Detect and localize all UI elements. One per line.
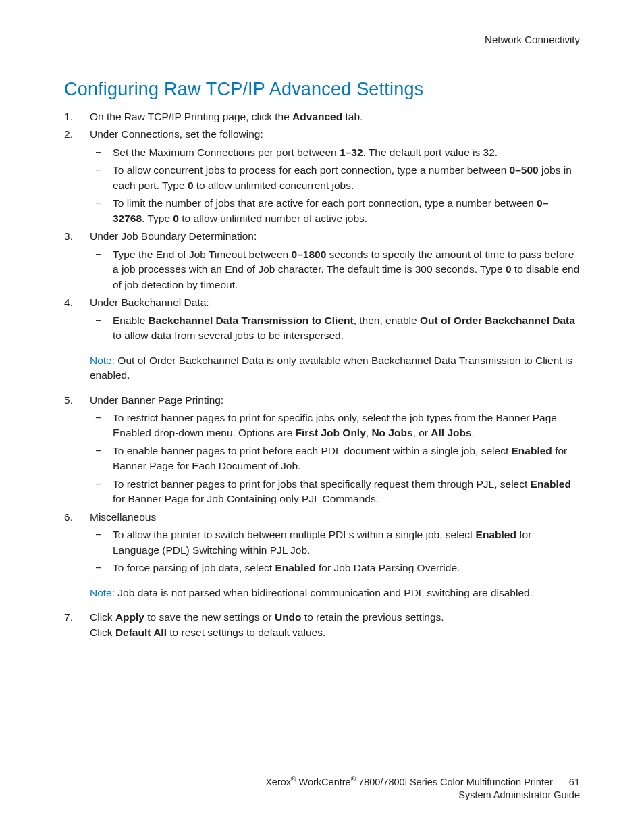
footer-brand: Xerox bbox=[265, 777, 291, 787]
text: Set the Maximum Connections per port bet… bbox=[113, 147, 340, 158]
text: to reset settings to default values. bbox=[167, 627, 325, 638]
bold: No Jobs bbox=[371, 427, 412, 438]
page-number: 61 bbox=[569, 776, 580, 789]
registered-icon: ® bbox=[291, 775, 296, 783]
sub-item: To restrict banner pages to print for jo… bbox=[90, 477, 580, 507]
note-label: Note: bbox=[90, 587, 115, 598]
text: to save the new settings or bbox=[144, 611, 275, 623]
text: To allow the printer to switch between m… bbox=[113, 529, 476, 540]
text: to retain the previous settings. bbox=[302, 611, 444, 623]
note: Note: Job data is not parsed when bidire… bbox=[90, 585, 580, 600]
bold: 0 bbox=[506, 263, 512, 275]
bold: First Job Only bbox=[296, 427, 366, 438]
text: Click bbox=[90, 611, 115, 623]
bold: 1–32 bbox=[340, 147, 363, 158]
text: . Type bbox=[142, 213, 173, 224]
text: . bbox=[472, 427, 475, 438]
text: to allow unlimited number of active jobs… bbox=[179, 213, 367, 224]
text: . The default port value is 32. bbox=[363, 147, 498, 158]
step-3: Under Job Boundary Determination: Type t… bbox=[64, 229, 580, 292]
running-header: Network Connectivity bbox=[64, 34, 580, 45]
step-5: Under Banner Page Printing: To restrict … bbox=[64, 393, 580, 507]
bold: 0–500 bbox=[510, 164, 539, 176]
bold: Undo bbox=[275, 611, 302, 623]
footer-subtitle: System Administrator Guide bbox=[265, 789, 580, 802]
bold: 0–1800 bbox=[292, 249, 327, 260]
bold: Backchannel Data Transmission to Client bbox=[149, 315, 354, 326]
text: Under Backchannel Data: bbox=[90, 296, 209, 308]
text: Under Banner Page Printing: bbox=[90, 394, 223, 406]
text: , then, enable bbox=[354, 315, 420, 326]
sub-item: Type the End of Job Timeout between 0–18… bbox=[90, 247, 580, 292]
text: On the Raw TCP/IP Printing page, click t… bbox=[90, 111, 292, 122]
text: Miscellaneous bbox=[90, 511, 156, 523]
bold: Enabled bbox=[531, 478, 571, 490]
step-4: Under Backchannel Data: Enable Backchann… bbox=[64, 295, 580, 343]
sub-item: To allow concurrent jobs to process for … bbox=[90, 163, 580, 193]
step-1: On the Raw TCP/IP Printing page, click t… bbox=[64, 109, 580, 124]
text: for Banner Page for Job Containing only … bbox=[113, 493, 379, 504]
text: tab. bbox=[342, 111, 363, 122]
text: Under Job Boundary Determination: bbox=[90, 230, 257, 242]
sub-item: To restrict banner pages to print for sp… bbox=[90, 411, 580, 441]
text: , or bbox=[413, 427, 431, 438]
sub-item: Enable Backchannel Data Transmission to … bbox=[90, 313, 580, 344]
text: To allow concurrent jobs to process for … bbox=[113, 164, 510, 176]
bold: Advanced bbox=[292, 111, 342, 122]
text: Under Connections, set the following: bbox=[90, 128, 263, 140]
sub-item: To limit the number of jobs that are act… bbox=[90, 196, 580, 226]
note-label: Note: bbox=[90, 355, 115, 366]
bold: Enabled bbox=[512, 445, 552, 457]
sub-item: To enable banner pages to print before e… bbox=[90, 444, 580, 474]
text: Enable bbox=[113, 315, 149, 326]
text: to allow data from several jobs to be in… bbox=[113, 330, 344, 341]
note-text: Out of Order Backchannel Data is only av… bbox=[90, 355, 572, 381]
note-text: Job data is not parsed when bidirectiona… bbox=[115, 587, 533, 598]
page-title: Configuring Raw TCP/IP Advanced Settings bbox=[64, 79, 580, 100]
note: Note: Out of Order Backchannel Data is o… bbox=[90, 353, 580, 384]
footer-brand: WorkCentre bbox=[296, 777, 351, 787]
step-7: Click Apply to save the new settings or … bbox=[64, 610, 580, 640]
text: To enable banner pages to print before e… bbox=[113, 445, 512, 457]
step-2: Under Connections, set the following: Se… bbox=[64, 127, 580, 226]
page-footer: Xerox® WorkCentre® 7800/7800i Series Col… bbox=[265, 775, 580, 802]
text: to allow unlimited concurrent jobs. bbox=[194, 180, 354, 191]
text: for Job Data Parsing Override. bbox=[316, 562, 460, 573]
text: To limit the number of jobs that are act… bbox=[113, 197, 537, 209]
bold: Enabled bbox=[476, 529, 516, 540]
bold: Apply bbox=[115, 611, 144, 623]
sub-item: Set the Maximum Connections per port bet… bbox=[90, 145, 580, 160]
step-6: Miscellaneous To allow the printer to sw… bbox=[64, 510, 580, 576]
step-7b: Click Default All to reset settings to d… bbox=[90, 625, 580, 640]
text: Click bbox=[90, 627, 115, 638]
bold: Default All bbox=[115, 627, 167, 638]
text: To restrict banner pages to print for jo… bbox=[113, 478, 531, 490]
sub-item: To allow the printer to switch between m… bbox=[90, 527, 580, 558]
bold: Out of Order Backchannel Data bbox=[420, 315, 575, 326]
bold: Enabled bbox=[275, 562, 315, 573]
bold: 0 bbox=[188, 180, 194, 191]
text: Type the End of Job Timeout between bbox=[113, 249, 292, 260]
text: To force parsing of job data, select bbox=[113, 562, 275, 573]
bold: 0 bbox=[173, 213, 179, 224]
footer-brand: 7800/7800i Series Color Multifunction Pr… bbox=[356, 777, 553, 787]
sub-item: To force parsing of job data, select Ena… bbox=[90, 561, 580, 575]
registered-icon: ® bbox=[351, 775, 356, 783]
bold: All Jobs bbox=[431, 427, 471, 438]
